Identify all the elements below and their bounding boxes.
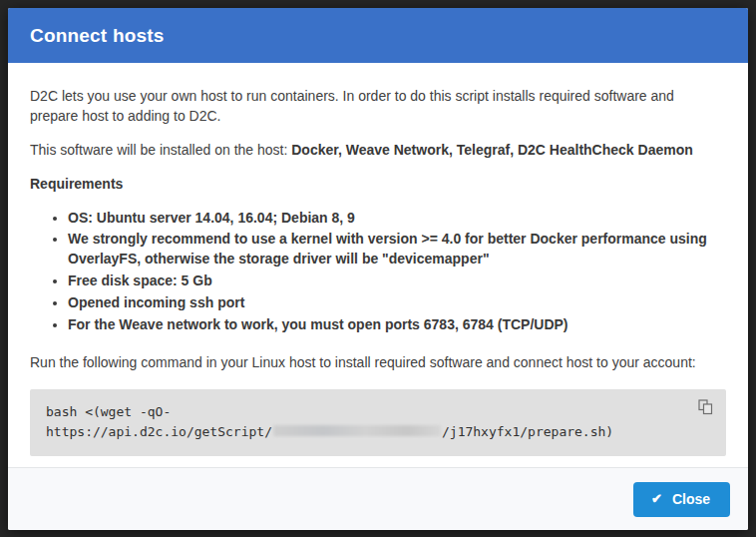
requirement-item: For the Weave network to work, you must … [68, 315, 726, 335]
requirements-heading: Requirements [30, 175, 726, 195]
connect-hosts-dialog: Connect hosts D2C lets you use your own … [8, 8, 748, 530]
close-button[interactable]: ✔ Close [633, 482, 730, 517]
install-command-code-block[interactable]: bash <(wget -qO- https://api.d2c.io/getS… [30, 389, 726, 457]
requirement-item: Opened incoming ssh port [68, 293, 726, 313]
software-paragraph: This software will be installed on the h… [30, 141, 726, 161]
check-icon: ✔ [651, 492, 662, 505]
dialog-header: Connect hosts [8, 8, 748, 63]
command-instruction: Run the following command in your Linux … [30, 353, 726, 373]
software-list-bold: Docker, Weave Network, Telegraf, D2C Hea… [291, 142, 693, 158]
copy-command-button[interactable] [695, 399, 715, 419]
requirement-item: Free disk space: 5 Gb [68, 271, 726, 291]
command-line-1: bash <(wget -qO- [46, 404, 171, 419]
requirement-item: OS: Ubuntu server 14.04, 16.04; Debian 8… [68, 209, 726, 229]
dialog-body: D2C lets you use your own host to run co… [8, 63, 748, 467]
copy-icon [697, 398, 714, 419]
requirement-item: We strongly recommend to use a kernel wi… [68, 230, 726, 269]
software-paragraph-prefix: This software will be installed on the h… [30, 142, 291, 158]
dialog-footer: ✔ Close [8, 467, 748, 530]
intro-paragraph: D2C lets you use your own host to run co… [30, 87, 726, 127]
close-button-label: Close [672, 491, 710, 507]
requirements-list: OS: Ubuntu server 14.04, 16.04; Debian 8… [30, 209, 726, 335]
dialog-title: Connect hosts [30, 25, 165, 47]
command-line-2-prefix: https://api.d2c.io/getScript/ [46, 424, 272, 439]
command-line-2-suffix: /j17hxyfx1/prepare.sh) [442, 424, 613, 439]
redacted-token [273, 425, 441, 436]
